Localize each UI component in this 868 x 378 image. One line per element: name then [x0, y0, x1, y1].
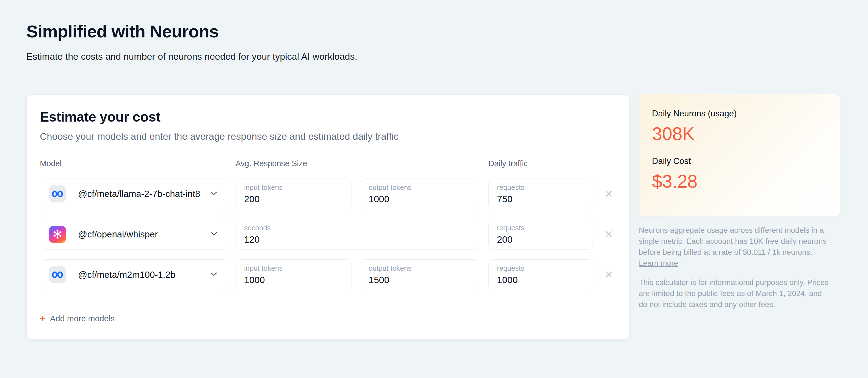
plus-icon: + [40, 314, 45, 323]
requests-field[interactable]: requests [489, 259, 593, 290]
neurons-calculator-page: Simplified with Neurons Estimate the cos… [0, 0, 868, 339]
field-label: seconds [244, 224, 472, 232]
requests-field[interactable]: requests [489, 219, 593, 250]
remove-model-button[interactable]: ✕ [601, 229, 617, 240]
neurons-explainer-text: Neurons aggregate usage across different… [639, 226, 827, 256]
disclaimer-note: This calculator is for informational pur… [639, 277, 831, 310]
learn-more-link[interactable]: Learn more [639, 259, 678, 267]
daily-cost-label: Daily Cost [652, 156, 827, 166]
output-tokens-field[interactable]: output tokens [360, 259, 480, 290]
estimate-cost-card: Estimate your cost Choose your models an… [26, 94, 629, 339]
chevron-down-icon [211, 272, 217, 277]
output-tokens-input[interactable] [369, 274, 472, 285]
field-label: requests [497, 183, 584, 192]
column-headers: Model Avg. Response Size Daily traffic [40, 159, 616, 168]
model-row-whisper: ✻ @cf/openai/whisper seconds requests ✕ [40, 219, 616, 250]
daily-neurons-label: Daily Neurons (usage) [652, 109, 827, 119]
meta-icon [49, 266, 66, 283]
page-title: Simplified with Neurons [26, 22, 842, 41]
column-header-model: Model [40, 159, 227, 168]
model-row-m2m100: @cf/meta/m2m100-1.2b input tokens output… [40, 259, 616, 290]
remove-model-button[interactable]: ✕ [601, 189, 617, 199]
page-subtitle: Estimate the costs and number of neurons… [26, 51, 842, 62]
field-label: input tokens [244, 264, 343, 273]
model-row-llama: @cf/meta/llama-2-7b-chat-int8 input toke… [40, 178, 616, 209]
add-more-models-button[interactable]: + Add more models [40, 314, 115, 323]
input-tokens-input[interactable] [244, 274, 343, 285]
field-label: input tokens [244, 183, 343, 192]
requests-input[interactable] [497, 234, 584, 245]
input-tokens-input[interactable] [244, 194, 343, 204]
page-header: Simplified with Neurons Estimate the cos… [26, 22, 842, 62]
model-select-llama[interactable]: @cf/meta/llama-2-7b-chat-int8 [40, 178, 227, 209]
requests-field[interactable]: requests [489, 178, 593, 209]
summary-column: Daily Neurons (usage) 308K Daily Cost $3… [639, 94, 840, 310]
model-name: @cf/openai/whisper [78, 229, 158, 240]
requests-input[interactable] [497, 194, 584, 204]
chevron-down-icon [211, 232, 217, 237]
card-subtitle: Choose your models and enter the average… [40, 131, 616, 142]
neurons-explainer-note: Neurons aggregate usage across different… [639, 225, 831, 269]
add-more-models-label: Add more models [50, 314, 115, 323]
seconds-input[interactable] [244, 234, 472, 245]
input-tokens-field[interactable]: input tokens [236, 259, 352, 290]
daily-neurons-value: 308K [652, 123, 827, 144]
content-row: Estimate your cost Choose your models an… [26, 94, 842, 339]
remove-model-button[interactable]: ✕ [601, 270, 617, 280]
field-label: requests [497, 264, 584, 273]
column-header-avg-response: Avg. Response Size [236, 159, 480, 168]
output-tokens-input[interactable] [369, 194, 472, 204]
daily-cost-value: $3.28 [652, 171, 827, 192]
summary-card: Daily Neurons (usage) 308K Daily Cost $3… [639, 94, 840, 216]
meta-icon [49, 185, 66, 202]
field-label: output tokens [369, 183, 472, 192]
model-select-m2m100[interactable]: @cf/meta/m2m100-1.2b [40, 259, 227, 290]
seconds-field[interactable]: seconds [236, 219, 480, 250]
chevron-down-icon [211, 192, 217, 197]
model-select-whisper[interactable]: ✻ @cf/openai/whisper [40, 219, 227, 250]
field-label: output tokens [369, 264, 472, 273]
output-tokens-field[interactable]: output tokens [360, 178, 480, 209]
input-tokens-field[interactable]: input tokens [236, 178, 352, 209]
field-label: requests [497, 224, 584, 232]
requests-input[interactable] [497, 274, 584, 285]
model-name: @cf/meta/m2m100-1.2b [78, 270, 175, 280]
openai-icon: ✻ [49, 226, 66, 243]
card-title: Estimate your cost [40, 109, 616, 125]
column-header-daily-traffic: Daily traffic [489, 159, 593, 168]
model-name: @cf/meta/llama-2-7b-chat-int8 [78, 189, 200, 199]
